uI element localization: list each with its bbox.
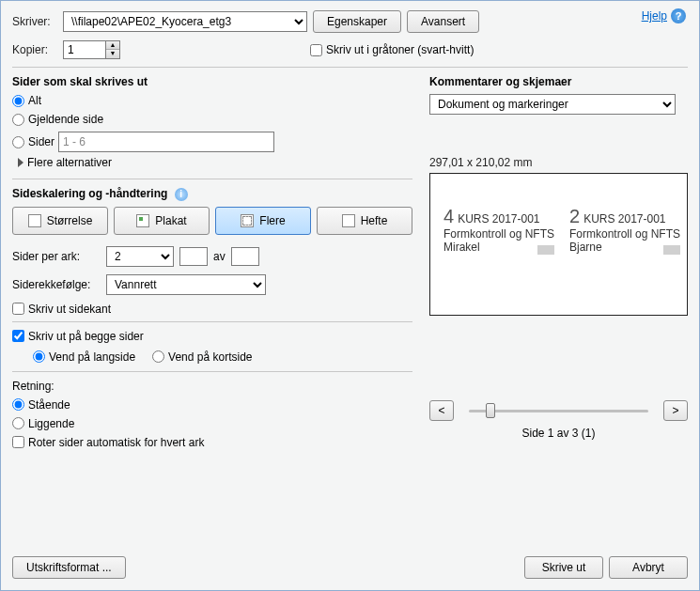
preview-thumb-icon bbox=[663, 245, 680, 255]
printer-select[interactable]: \\filape02\APE02_Kyocera_etg3 bbox=[63, 11, 307, 32]
next-page-button[interactable]: > bbox=[663, 400, 688, 421]
seg-poster-button[interactable]: Plakat bbox=[114, 207, 210, 235]
grayscale-label: Skriv ut i gråtoner (svart-hvitt) bbox=[326, 43, 474, 56]
duplex-checkbox[interactable]: Skriv ut på begge sider bbox=[12, 330, 412, 343]
pps-label: Sider per ark: bbox=[12, 250, 101, 263]
help-link[interactable]: Hjelp ? bbox=[642, 8, 686, 23]
flip-short-radio[interactable]: Vend på kortside bbox=[152, 350, 252, 364]
advanced-button[interactable]: Avansert bbox=[407, 10, 479, 33]
seg-multi-button[interactable]: Flere bbox=[215, 207, 311, 235]
grayscale-input[interactable] bbox=[310, 44, 322, 56]
multi-icon bbox=[241, 214, 254, 227]
orientation-label: Retning: bbox=[12, 380, 412, 393]
preview-page-left: 4KURS 2017-001 Formkontroll og NFTS Mira… bbox=[443, 206, 556, 254]
order-label: Siderekkefølge: bbox=[12, 278, 101, 291]
help-icon: ? bbox=[671, 8, 686, 23]
comments-header: Kommentarer og skjemaer bbox=[429, 75, 688, 88]
preview-page-right: 2KURS 2017-001 Formkontroll og NFTS Bjar… bbox=[569, 206, 682, 254]
comments-select[interactable]: Dokument og markeringer bbox=[429, 94, 676, 115]
divider bbox=[12, 321, 412, 322]
copies-spinner[interactable]: ▲ ▼ bbox=[63, 40, 120, 59]
preview-thumb-icon bbox=[537, 245, 554, 255]
page-indicator: Side 1 av 3 (1) bbox=[429, 427, 688, 440]
info-icon[interactable]: i bbox=[175, 188, 188, 201]
seg-booklet-button[interactable]: Hefte bbox=[317, 207, 412, 235]
page-setup-button[interactable]: Utskriftsformat ... bbox=[12, 556, 126, 579]
print-dialog: Hjelp ? Skriver: \\filape02\APE02_Kyocer… bbox=[0, 0, 700, 591]
grayscale-checkbox[interactable]: Skriv ut i gråtoner (svart-hvitt) bbox=[310, 43, 474, 56]
preview-slider[interactable] bbox=[469, 400, 648, 421]
radio-current[interactable]: Gjeldende side bbox=[12, 113, 412, 126]
poster-icon bbox=[136, 214, 149, 227]
printer-row: Skriver: \\filape02\APE02_Kyocera_etg3 E… bbox=[12, 10, 688, 33]
pps-box-a bbox=[179, 247, 208, 266]
seg-size-button[interactable]: Størrelse bbox=[12, 207, 108, 235]
copies-row: Kopier: ▲ ▼ Skriv ut i gråtoner (svart-h… bbox=[12, 40, 688, 59]
pps-box-b bbox=[231, 247, 259, 266]
booklet-icon bbox=[342, 214, 355, 227]
properties-button[interactable]: Egenskaper bbox=[313, 10, 401, 33]
copies-label: Kopier: bbox=[12, 43, 57, 56]
divider bbox=[12, 67, 688, 68]
size-icon bbox=[28, 214, 41, 227]
spinner-down-icon[interactable]: ▼ bbox=[106, 50, 119, 58]
printer-label: Skriver: bbox=[12, 15, 57, 28]
divider bbox=[12, 179, 412, 179]
landscape-radio[interactable]: Liggende bbox=[12, 417, 412, 430]
triangle-right-icon bbox=[18, 158, 23, 167]
slider-thumb[interactable] bbox=[486, 403, 495, 418]
print-button[interactable]: Skrive ut bbox=[524, 556, 603, 579]
pps-select[interactable]: 2 bbox=[106, 246, 174, 267]
help-label: Hjelp bbox=[642, 9, 667, 23]
copies-input[interactable] bbox=[63, 40, 106, 59]
page-range-input[interactable] bbox=[58, 132, 274, 152]
order-select[interactable]: Vannrett bbox=[106, 274, 266, 295]
pps-row: Sider per ark: 2 av bbox=[12, 246, 412, 267]
preview-dimensions: 297,01 x 210,02 mm bbox=[429, 156, 688, 169]
portrait-radio[interactable]: Stående bbox=[12, 398, 412, 412]
autorotate-checkbox[interactable]: Roter sider automatisk for hvert ark bbox=[12, 436, 412, 449]
order-row: Siderekkefølge: Vannrett bbox=[12, 274, 412, 295]
more-options-toggle[interactable]: Flere alternativer bbox=[18, 156, 412, 169]
of-label: av bbox=[213, 250, 226, 263]
spinner-up-icon[interactable]: ▲ bbox=[106, 41, 119, 50]
prev-page-button[interactable]: < bbox=[429, 400, 454, 421]
scaling-segmented: Størrelse Plakat Flere Hefte bbox=[12, 207, 412, 235]
preview-pager: < > bbox=[429, 400, 688, 421]
radio-range[interactable]: Sider bbox=[12, 132, 412, 152]
print-preview: 4KURS 2017-001 Formkontroll og NFTS Mira… bbox=[429, 173, 688, 316]
cancel-button[interactable]: Avbryt bbox=[609, 556, 688, 579]
border-checkbox[interactable]: Skriv ut sidekant bbox=[12, 303, 412, 316]
pages-header: Sider som skal skrives ut bbox=[12, 75, 412, 88]
flip-long-radio[interactable]: Vend på langside bbox=[33, 350, 135, 364]
divider bbox=[12, 371, 412, 372]
dialog-footer: Utskriftsformat ... Skrive ut Avbryt bbox=[12, 556, 688, 579]
scaling-header: Sideskalering og -håndtering i bbox=[12, 187, 412, 201]
radio-all[interactable]: Alt bbox=[12, 94, 412, 107]
